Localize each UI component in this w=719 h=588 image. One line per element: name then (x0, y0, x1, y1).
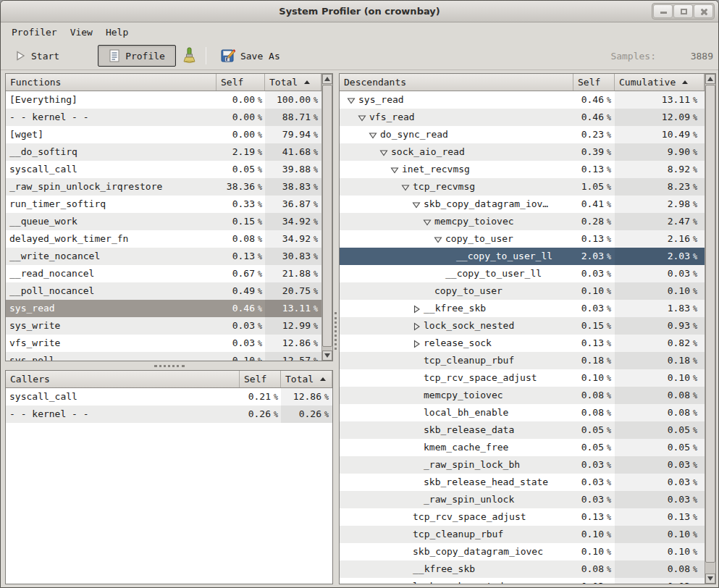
tree-row[interactable]: __copy_to_user_ll0.03%0.03% (340, 265, 705, 282)
horizontal-pane-splitter[interactable] (154, 365, 185, 368)
tree-expander-open-icon[interactable] (390, 166, 402, 175)
table-row[interactable]: syscall_call0.21%12.86% (6, 388, 332, 406)
value-cell: 0.10% (216, 352, 265, 361)
table-row[interactable]: vfs_write0.03%12.86% (6, 335, 321, 352)
maximize-button[interactable] (673, 4, 693, 18)
table-row[interactable]: syscall_call0.05%39.88% (6, 161, 321, 178)
percent-sign: % (324, 393, 329, 401)
tree-row[interactable]: sock_aio_read0.39%9.90% (340, 143, 705, 161)
tree-expander-open-icon[interactable] (434, 235, 445, 244)
menu-profiler[interactable]: Profiler (5, 24, 64, 41)
tree-row[interactable]: kmem_cache_free0.05%0.05% (340, 439, 705, 456)
tree-row[interactable]: inet_recvmsg0.13%8.92% (340, 161, 705, 178)
tree-expander-collapsed-icon[interactable] (412, 322, 424, 331)
tree-row[interactable]: tcp_cleanup_rbuf0.18%0.18% (340, 352, 705, 369)
table-row[interactable]: [Everything]0.00%100.00% (6, 91, 321, 109)
menu-view[interactable]: View (64, 24, 99, 41)
tree-row[interactable]: release_sock0.13%0.82% (340, 335, 705, 352)
column-header-total[interactable]: Total (281, 371, 332, 387)
column-header-self[interactable]: Self (216, 74, 265, 91)
value-cell: 2.03% (615, 248, 705, 265)
table-row[interactable]: __write_nocancel0.13%30.83% (6, 248, 321, 265)
table-row[interactable]: __poll_nocancel0.49%20.75% (6, 282, 321, 300)
column-header-cumulative[interactable]: Cumulative (615, 74, 705, 91)
descendants-scrollbar[interactable] (705, 74, 715, 584)
vertical-pane-splitter[interactable] (335, 312, 337, 350)
tree-expander-open-icon[interactable] (423, 218, 434, 227)
tree-row[interactable]: skb_release_head_state0.03%0.03% (340, 474, 705, 491)
tree-expander-open-icon[interactable] (379, 148, 391, 157)
function-name: sys_read (358, 94, 404, 105)
column-header-callers[interactable]: Callers (6, 371, 240, 387)
minimize-button[interactable] (653, 4, 673, 18)
scrollbar-thumb[interactable] (705, 85, 715, 563)
start-button[interactable]: Start (7, 46, 67, 66)
tree-row[interactable]: tcp_rcv_space_adjust0.10%0.10% (340, 369, 705, 387)
column-header-functions[interactable]: Functions (6, 74, 216, 91)
scrollbar-thumb[interactable] (322, 85, 332, 347)
table-row[interactable]: sys_read0.46%13.11% (6, 300, 321, 317)
tree-row[interactable]: local_bh_enable0.08%0.08% (340, 404, 705, 421)
scroll-down-button[interactable] (322, 350, 332, 361)
tree-expander-open-icon[interactable] (369, 131, 380, 140)
column-header-total[interactable]: Total (265, 74, 321, 91)
scroll-up-button[interactable] (322, 74, 332, 84)
maximize-icon (681, 9, 687, 14)
tree-row[interactable]: tcp_recvmsg1.05%8.23% (340, 178, 705, 196)
table-row[interactable]: [wget]0.00%79.94% (6, 126, 321, 143)
tree-row[interactable]: __kfree_skb0.03%1.83% (340, 300, 705, 317)
tree-row[interactable]: _raw_spin_unlock0.03%0.03% (340, 491, 705, 508)
table-row[interactable]: __queue_work0.15%34.92% (6, 213, 321, 230)
tree-row[interactable]: __kfree_skb0.08%0.08% (340, 560, 705, 578)
value-cell: 1.83% (615, 300, 705, 317)
tree-row[interactable]: memcpy_toiovec0.28%2.47% (340, 213, 705, 230)
table-row[interactable]: sys_poll0.10%12.57% (6, 352, 321, 361)
column-header-self[interactable]: Self (240, 371, 281, 387)
tree-expander-open-icon[interactable] (401, 183, 413, 192)
percent-value: 0.03 (581, 494, 604, 505)
table-row[interactable]: sys_write0.03%12.99% (6, 317, 321, 335)
percent-value: 0.03 (232, 337, 255, 348)
tree-row[interactable]: __copy_to_user_ll2.03%2.03% (340, 248, 705, 265)
tree-expander-open-icon[interactable] (358, 114, 369, 122)
menu-help[interactable]: Help (99, 24, 135, 41)
tree-row[interactable]: do_sync_read0.23%10.49% (340, 126, 705, 143)
table-row[interactable]: run_timer_softirq0.33%36.87% (6, 196, 321, 213)
tree-row[interactable]: tcp_rcv_space_adjust0.13%0.13% (340, 508, 705, 526)
tree-row[interactable]: skb_copy_datagram_iov…0.41%2.98% (340, 196, 705, 213)
save-as-button[interactable]: Save As (213, 44, 288, 67)
profile-button[interactable]: Profile (98, 45, 176, 67)
function-name: tcp_rcv_space_adjust (424, 372, 537, 383)
tree-row[interactable]: lock_sock_nested0.15%0.93% (340, 317, 705, 335)
value-cell: 0.03% (573, 491, 615, 508)
table-row[interactable]: - - kernel - -0.00%88.71% (6, 109, 321, 126)
table-row[interactable]: _raw_spin_unlock_irqrestore38.36%38.83% (6, 178, 321, 196)
tree-expander-collapsed-icon[interactable] (412, 340, 424, 348)
tree-row[interactable]: _raw_spin_lock_bh0.03%0.03% (340, 456, 705, 474)
column-header-self[interactable]: Self (573, 74, 615, 91)
tree-row[interactable]: sys_read0.46%13.11% (340, 91, 705, 109)
column-header-descendants[interactable]: Descendants (340, 74, 573, 91)
function-name: _raw_spin_unlock (424, 494, 514, 505)
functions-scrollbar[interactable] (321, 74, 332, 361)
tree-row[interactable]: lock_sock_nested0.03%0.03% (340, 578, 705, 584)
tree-expander-open-icon[interactable] (347, 96, 358, 105)
tree-expander-collapsed-icon[interactable] (412, 305, 424, 314)
close-button[interactable] (694, 4, 713, 18)
table-row[interactable]: delayed_work_timer_fn0.08%34.92% (6, 230, 321, 248)
tree-row[interactable]: copy_to_user0.10%0.10% (340, 282, 705, 300)
tree-row[interactable]: vfs_read0.46%12.09% (340, 109, 705, 126)
tree-row[interactable]: skb_release_data0.05%0.05% (340, 421, 705, 439)
titlebar[interactable]: System Profiler (on crownbay) (1, 1, 718, 22)
table-row[interactable]: - - kernel - -0.26%0.26% (6, 406, 332, 423)
table-row[interactable]: __do_softirq2.19%41.68% (6, 143, 321, 161)
scroll-up-button[interactable] (705, 74, 715, 84)
scroll-down-button[interactable] (705, 574, 715, 584)
tree-row[interactable]: skb_copy_datagram_iovec0.10%0.10% (340, 543, 705, 560)
tree-row[interactable]: copy_to_user0.13%2.16% (340, 230, 705, 248)
table-row[interactable]: __read_nocancel0.67%21.88% (6, 265, 321, 282)
tree-row[interactable]: memcpy_toiovec0.08%0.08% (340, 387, 705, 404)
tree-row[interactable]: tcp_cleanup_rbuf0.10%0.10% (340, 526, 705, 543)
tree-expander-open-icon[interactable] (412, 201, 424, 209)
brush-button[interactable] (177, 43, 201, 68)
